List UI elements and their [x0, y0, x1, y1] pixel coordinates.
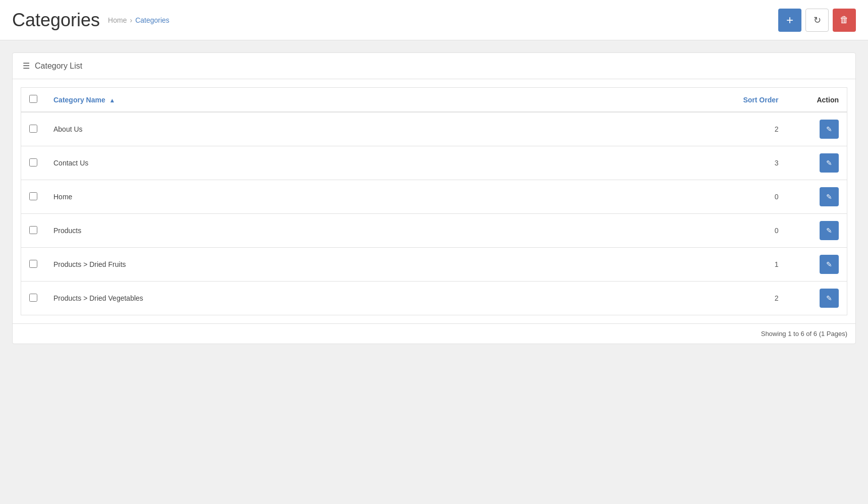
- page-header: Categories Home › Categories + ↻ 🗑: [0, 0, 868, 40]
- trash-icon: 🗑: [840, 15, 849, 25]
- row-sort-order: 0: [544, 214, 787, 248]
- row-checkbox[interactable]: [29, 226, 37, 234]
- row-action: ✎: [787, 112, 847, 146]
- row-sort-order: 3: [544, 146, 787, 180]
- table-header-row: Category Name ▲ Sort Order Action: [21, 88, 847, 113]
- row-action: ✎: [787, 180, 847, 214]
- header-left: Categories Home › Categories: [12, 10, 169, 31]
- row-checkbox-cell: [21, 214, 46, 248]
- delete-button[interactable]: 🗑: [833, 9, 856, 32]
- table-row: Products > Dried Fruits 1 ✎: [21, 248, 847, 282]
- row-checkbox-cell: [21, 112, 46, 146]
- select-all-checkbox[interactable]: [29, 95, 37, 103]
- table-wrapper: Category Name ▲ Sort Order Action: [13, 79, 855, 323]
- col-header-action: Action: [787, 88, 847, 113]
- pencil-icon: ✎: [826, 227, 832, 235]
- edit-button[interactable]: ✎: [820, 289, 839, 308]
- card-header: ☰ Category List: [13, 53, 855, 79]
- breadcrumb-home: Home: [108, 16, 127, 24]
- col-header-name[interactable]: Category Name ▲: [45, 88, 544, 113]
- row-name: Products: [45, 214, 544, 248]
- pencil-icon: ✎: [826, 159, 832, 167]
- breadcrumb-current: Categories: [135, 16, 169, 24]
- row-checkbox-cell: [21, 248, 46, 282]
- page-title: Categories: [12, 10, 100, 31]
- pencil-icon: ✎: [826, 125, 832, 133]
- main-content: ☰ Category List Category Name ▲ Sor: [0, 40, 868, 356]
- pencil-icon: ✎: [826, 294, 832, 302]
- edit-button[interactable]: ✎: [820, 255, 839, 274]
- row-checkbox[interactable]: [29, 192, 37, 200]
- row-sort-order: 2: [544, 282, 787, 315]
- row-action: ✎: [787, 282, 847, 315]
- pencil-icon: ✎: [826, 193, 832, 201]
- col-header-checkbox: [21, 88, 46, 113]
- row-checkbox[interactable]: [29, 260, 37, 268]
- list-icon: ☰: [23, 61, 30, 71]
- card-header-title: Category List: [35, 62, 82, 71]
- breadcrumb: Home › Categories: [108, 16, 169, 24]
- row-action: ✎: [787, 214, 847, 248]
- edit-button[interactable]: ✎: [820, 221, 839, 240]
- row-sort-order: 2: [544, 112, 787, 146]
- pencil-icon: ✎: [826, 260, 832, 268]
- edit-button[interactable]: ✎: [820, 153, 839, 173]
- col-header-sort-order[interactable]: Sort Order: [544, 88, 787, 113]
- edit-button[interactable]: ✎: [820, 187, 839, 206]
- row-checkbox-cell: [21, 146, 46, 180]
- add-button[interactable]: +: [778, 9, 801, 32]
- row-checkbox[interactable]: [29, 125, 37, 133]
- row-name: Products > Dried Fruits: [45, 248, 544, 282]
- row-name: About Us: [45, 112, 544, 146]
- table-row: Contact Us 3 ✎: [21, 146, 847, 180]
- table-row: About Us 2 ✎: [21, 112, 847, 146]
- table-row: Products > Dried Vegetables 2 ✎: [21, 282, 847, 315]
- refresh-icon: ↻: [814, 15, 821, 26]
- row-sort-order: 1: [544, 248, 787, 282]
- pagination-text: Showing 1 to 6 of 6 (1 Pages): [761, 330, 847, 338]
- row-sort-order: 0: [544, 180, 787, 214]
- header-actions: + ↻ 🗑: [778, 9, 856, 32]
- sort-arrow-icon: ▲: [109, 97, 115, 104]
- row-checkbox[interactable]: [29, 158, 37, 166]
- row-checkbox-cell: [21, 282, 46, 315]
- row-action: ✎: [787, 248, 847, 282]
- row-name: Products > Dried Vegetables: [45, 282, 544, 315]
- edit-button[interactable]: ✎: [820, 120, 839, 139]
- row-action: ✎: [787, 146, 847, 180]
- row-name: Contact Us: [45, 146, 544, 180]
- table-row: Products 0 ✎: [21, 214, 847, 248]
- category-table: Category Name ▲ Sort Order Action: [21, 87, 847, 315]
- col-sort-label: Sort Order: [743, 96, 778, 104]
- pagination-info: Showing 1 to 6 of 6 (1 Pages): [13, 323, 855, 344]
- table-body: About Us 2 ✎ Contact Us 3 ✎ Home: [21, 112, 847, 315]
- refresh-button[interactable]: ↻: [805, 9, 829, 32]
- row-checkbox[interactable]: [29, 294, 37, 302]
- col-name-label: Category Name: [53, 96, 105, 104]
- col-action-label: Action: [817, 96, 839, 104]
- plus-icon: +: [786, 13, 793, 27]
- breadcrumb-separator: ›: [130, 16, 132, 24]
- category-list-card: ☰ Category List Category Name ▲ Sor: [12, 52, 856, 344]
- table-row: Home 0 ✎: [21, 180, 847, 214]
- row-checkbox-cell: [21, 180, 46, 214]
- row-name: Home: [45, 180, 544, 214]
